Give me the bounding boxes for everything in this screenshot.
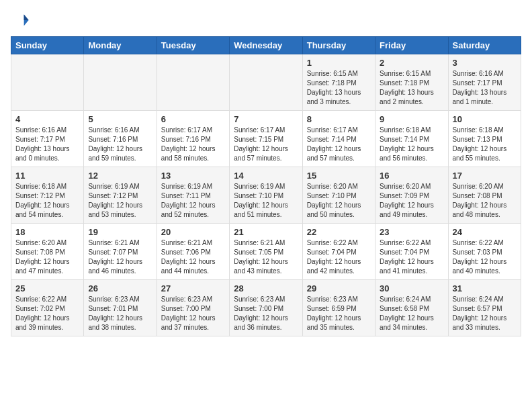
calendar-cell: 8Sunrise: 6:17 AM Sunset: 7:14 PM Daylig…: [302, 111, 375, 167]
day-number: 4: [15, 114, 79, 124]
calendar-week-row: 18Sunrise: 6:20 AM Sunset: 7:08 PM Dayli…: [11, 224, 521, 280]
calendar-cell: 28Sunrise: 6:23 AM Sunset: 7:00 PM Dayli…: [230, 280, 302, 336]
calendar-week-row: 25Sunrise: 6:22 AM Sunset: 7:02 PM Dayli…: [11, 280, 521, 336]
calendar-cell: 31Sunrise: 6:24 AM Sunset: 6:57 PM Dayli…: [448, 280, 521, 336]
day-info: Sunrise: 6:23 AM Sunset: 7:00 PM Dayligh…: [234, 295, 298, 332]
day-info: Sunrise: 6:18 AM Sunset: 7:14 PM Dayligh…: [380, 126, 443, 163]
calendar-cell: 23Sunrise: 6:22 AM Sunset: 7:04 PM Dayli…: [375, 224, 448, 280]
day-info: Sunrise: 6:16 AM Sunset: 7:17 PM Dayligh…: [15, 126, 79, 163]
calendar-cell: 12Sunrise: 6:19 AM Sunset: 7:12 PM Dayli…: [84, 167, 157, 224]
calendar-cell: 4Sunrise: 6:16 AM Sunset: 7:17 PM Daylig…: [11, 111, 84, 167]
calendar-cell: [157, 54, 229, 111]
day-number: 16: [380, 171, 443, 181]
day-info: Sunrise: 6:21 AM Sunset: 7:05 PM Dayligh…: [234, 238, 298, 276]
day-header-sunday: Sunday: [11, 37, 84, 54]
day-number: 17: [453, 171, 517, 181]
calendar-cell: 2Sunrise: 6:15 AM Sunset: 7:18 PM Daylig…: [375, 54, 448, 111]
day-info: Sunrise: 6:24 AM Sunset: 6:57 PM Dayligh…: [453, 295, 517, 332]
calendar-cell: 26Sunrise: 6:23 AM Sunset: 7:01 PM Dayli…: [84, 280, 157, 336]
day-info: Sunrise: 6:18 AM Sunset: 7:12 PM Dayligh…: [15, 182, 79, 220]
day-number: 6: [161, 114, 225, 124]
calendar-cell: 3Sunrise: 6:16 AM Sunset: 7:17 PM Daylig…: [448, 54, 521, 111]
day-number: 28: [234, 283, 298, 293]
logo: [11, 11, 32, 30]
calendar-cell: [11, 54, 84, 111]
day-number: 15: [307, 171, 371, 181]
day-info: Sunrise: 6:23 AM Sunset: 7:01 PM Dayligh…: [88, 295, 152, 332]
day-number: 31: [453, 283, 517, 293]
day-info: Sunrise: 6:17 AM Sunset: 7:14 PM Dayligh…: [307, 126, 371, 163]
day-info: Sunrise: 6:20 AM Sunset: 7:10 PM Dayligh…: [307, 182, 371, 220]
day-number: 18: [15, 227, 79, 237]
day-number: 13: [161, 171, 225, 181]
calendar-cell: 10Sunrise: 6:18 AM Sunset: 7:13 PM Dayli…: [448, 111, 521, 167]
calendar-cell: 27Sunrise: 6:23 AM Sunset: 7:00 PM Dayli…: [157, 280, 229, 336]
day-header-monday: Monday: [84, 37, 157, 54]
calendar-cell: 19Sunrise: 6:21 AM Sunset: 7:07 PM Dayli…: [84, 224, 157, 280]
day-number: 26: [88, 283, 152, 293]
calendar-cell: 16Sunrise: 6:20 AM Sunset: 7:09 PM Dayli…: [375, 167, 448, 224]
day-header-friday: Friday: [375, 37, 448, 54]
day-number: 3: [453, 58, 517, 68]
day-info: Sunrise: 6:16 AM Sunset: 7:16 PM Dayligh…: [88, 126, 152, 163]
calendar-cell: 17Sunrise: 6:20 AM Sunset: 7:08 PM Dayli…: [448, 167, 521, 224]
day-number: 8: [307, 114, 371, 124]
day-number: 29: [307, 283, 371, 293]
calendar-cell: 7Sunrise: 6:17 AM Sunset: 7:15 PM Daylig…: [230, 111, 302, 167]
day-number: 12: [88, 171, 152, 181]
day-header-thursday: Thursday: [302, 37, 375, 54]
day-info: Sunrise: 6:15 AM Sunset: 7:18 PM Dayligh…: [307, 69, 371, 107]
calendar-cell: 9Sunrise: 6:18 AM Sunset: 7:14 PM Daylig…: [375, 111, 448, 167]
day-info: Sunrise: 6:22 AM Sunset: 7:04 PM Dayligh…: [380, 238, 443, 276]
calendar-cell: [84, 54, 157, 111]
day-info: Sunrise: 6:17 AM Sunset: 7:15 PM Dayligh…: [234, 126, 298, 163]
day-info: Sunrise: 6:19 AM Sunset: 7:10 PM Dayligh…: [234, 182, 298, 220]
day-number: 1: [307, 58, 371, 68]
calendar-cell: 24Sunrise: 6:22 AM Sunset: 7:03 PM Dayli…: [448, 224, 521, 280]
day-info: Sunrise: 6:21 AM Sunset: 7:06 PM Dayligh…: [161, 238, 225, 276]
day-number: 5: [88, 114, 152, 124]
calendar-cell: [230, 54, 302, 111]
calendar-cell: 20Sunrise: 6:21 AM Sunset: 7:06 PM Dayli…: [157, 224, 229, 280]
calendar-week-row: 11Sunrise: 6:18 AM Sunset: 7:12 PM Dayli…: [11, 167, 521, 224]
day-info: Sunrise: 6:19 AM Sunset: 7:12 PM Dayligh…: [88, 182, 152, 220]
svg-marker-1: [24, 15, 29, 20]
calendar-week-row: 4Sunrise: 6:16 AM Sunset: 7:17 PM Daylig…: [11, 111, 521, 167]
calendar-week-row: 1Sunrise: 6:15 AM Sunset: 7:18 PM Daylig…: [11, 54, 521, 111]
day-info: Sunrise: 6:24 AM Sunset: 6:58 PM Dayligh…: [380, 295, 443, 332]
day-number: 9: [380, 114, 443, 124]
logo-icon: [11, 11, 30, 30]
calendar-table: SundayMondayTuesdayWednesdayThursdayFrid…: [11, 36, 521, 336]
day-header-saturday: Saturday: [448, 37, 521, 54]
page-header: [11, 11, 521, 30]
calendar-cell: 21Sunrise: 6:21 AM Sunset: 7:05 PM Dayli…: [230, 224, 302, 280]
calendar-cell: 6Sunrise: 6:17 AM Sunset: 7:16 PM Daylig…: [157, 111, 229, 167]
day-info: Sunrise: 6:17 AM Sunset: 7:16 PM Dayligh…: [161, 126, 225, 163]
calendar-header-row: SundayMondayTuesdayWednesdayThursdayFrid…: [11, 37, 521, 54]
day-header-tuesday: Tuesday: [157, 37, 229, 54]
day-number: 25: [15, 283, 79, 293]
day-info: Sunrise: 6:18 AM Sunset: 7:13 PM Dayligh…: [453, 126, 517, 163]
calendar-cell: 13Sunrise: 6:19 AM Sunset: 7:11 PM Dayli…: [157, 167, 229, 224]
day-number: 24: [453, 227, 517, 237]
day-number: 14: [234, 171, 298, 181]
day-info: Sunrise: 6:16 AM Sunset: 7:17 PM Dayligh…: [453, 69, 517, 107]
day-info: Sunrise: 6:15 AM Sunset: 7:18 PM Dayligh…: [380, 69, 443, 107]
day-info: Sunrise: 6:23 AM Sunset: 6:59 PM Dayligh…: [307, 295, 371, 332]
day-number: 10: [453, 114, 517, 124]
day-info: Sunrise: 6:23 AM Sunset: 7:00 PM Dayligh…: [161, 295, 225, 332]
day-info: Sunrise: 6:19 AM Sunset: 7:11 PM Dayligh…: [161, 182, 225, 220]
day-number: 30: [380, 283, 443, 293]
day-number: 2: [380, 58, 443, 68]
calendar-cell: 22Sunrise: 6:22 AM Sunset: 7:04 PM Dayli…: [302, 224, 375, 280]
day-number: 27: [161, 283, 225, 293]
calendar-cell: 11Sunrise: 6:18 AM Sunset: 7:12 PM Dayli…: [11, 167, 84, 224]
day-number: 7: [234, 114, 298, 124]
calendar-cell: 30Sunrise: 6:24 AM Sunset: 6:58 PM Dayli…: [375, 280, 448, 336]
day-info: Sunrise: 6:22 AM Sunset: 7:04 PM Dayligh…: [307, 238, 371, 276]
day-header-wednesday: Wednesday: [230, 37, 302, 54]
day-number: 22: [307, 227, 371, 237]
day-info: Sunrise: 6:20 AM Sunset: 7:08 PM Dayligh…: [453, 182, 517, 220]
day-number: 11: [15, 171, 79, 181]
calendar-cell: 15Sunrise: 6:20 AM Sunset: 7:10 PM Dayli…: [302, 167, 375, 224]
